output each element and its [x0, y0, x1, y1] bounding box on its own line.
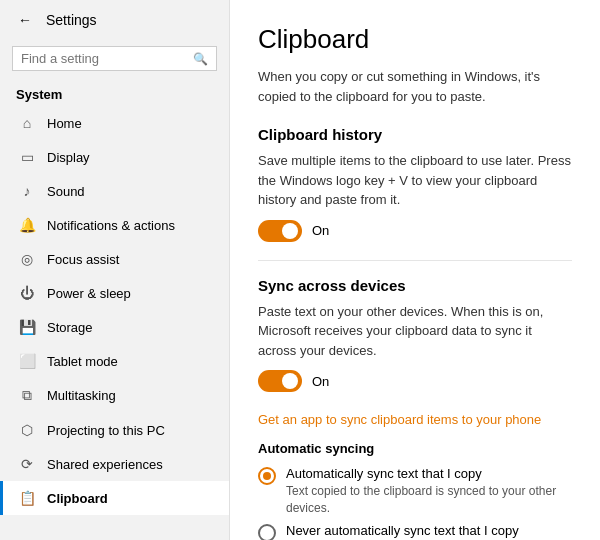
focus-icon: ◎ [19, 251, 35, 267]
multitasking-icon: ⧉ [19, 387, 35, 404]
clipboard-history-desc: Save multiple items to the clipboard to … [258, 151, 572, 210]
page-description: When you copy or cut something in Window… [258, 67, 572, 106]
sidebar-item-sound[interactable]: ♪ Sound [0, 174, 229, 208]
sidebar-item-focus[interactable]: ◎ Focus assist [0, 242, 229, 276]
clipboard-history-toggle-label: On [312, 223, 329, 238]
storage-icon: 💾 [19, 319, 35, 335]
sync-devices-desc: Paste text on your other devices. When t… [258, 302, 572, 361]
sidebar-item-power[interactable]: ⏻ Power & sleep [0, 276, 229, 310]
radio-item-auto[interactable]: Automatically sync text that I copy Text… [258, 466, 572, 517]
sync-devices-toggle-label: On [312, 374, 329, 389]
notifications-icon: 🔔 [19, 217, 35, 233]
page-title: Clipboard [258, 24, 572, 55]
sidebar: ← Settings 🔍 System ⌂ Home ▭ Display ♪ S… [0, 0, 230, 540]
search-input[interactable] [21, 51, 187, 66]
auto-sync-title: Automatic syncing [258, 441, 572, 456]
sidebar-item-multitasking-label: Multitasking [47, 388, 116, 403]
auto-sync-radio-group: Automatically sync text that I copy Text… [258, 466, 572, 540]
radio-auto-sublabel: Text copied to the clipboard is synced t… [286, 483, 572, 517]
sync-toggle-track [258, 370, 302, 392]
settings-title-label: Settings [46, 12, 97, 28]
sidebar-item-display[interactable]: ▭ Display [0, 140, 229, 174]
shared-icon: ⟳ [19, 456, 35, 472]
toggle-track [258, 220, 302, 242]
radio-auto-label: Automatically sync text that I copy [286, 466, 572, 481]
home-icon: ⌂ [19, 115, 35, 131]
sidebar-item-notifications[interactable]: 🔔 Notifications & actions [0, 208, 229, 242]
sync-devices-toggle[interactable] [258, 370, 302, 392]
sync-toggle-thumb [282, 373, 298, 389]
search-icon: 🔍 [193, 52, 208, 66]
search-box[interactable]: 🔍 [12, 46, 217, 71]
radio-auto-content: Automatically sync text that I copy Text… [286, 466, 572, 517]
sidebar-item-notifications-label: Notifications & actions [47, 218, 175, 233]
radio-item-never[interactable]: Never automatically sync text that I cop… [258, 523, 572, 540]
sidebar-item-tablet-label: Tablet mode [47, 354, 118, 369]
sidebar-item-clipboard-label: Clipboard [47, 491, 108, 506]
sidebar-item-tablet[interactable]: ⬜ Tablet mode [0, 344, 229, 378]
radio-never-circle [258, 524, 276, 540]
sidebar-item-home[interactable]: ⌂ Home [0, 106, 229, 140]
sidebar-item-shared-label: Shared experiences [47, 457, 163, 472]
main-content: Clipboard When you copy or cut something… [230, 0, 600, 540]
sidebar-item-focus-label: Focus assist [47, 252, 119, 267]
section-divider-1 [258, 260, 572, 261]
projecting-icon: ⬡ [19, 422, 35, 438]
display-icon: ▭ [19, 149, 35, 165]
radio-never-label: Never automatically sync text that I cop… [286, 523, 572, 538]
clipboard-history-toggle[interactable] [258, 220, 302, 242]
sound-icon: ♪ [19, 183, 35, 199]
clipboard-history-toggle-row: On [258, 220, 572, 242]
system-section-label: System [0, 81, 229, 106]
power-icon: ⏻ [19, 285, 35, 301]
sidebar-item-sound-label: Sound [47, 184, 85, 199]
radio-auto-circle [258, 467, 276, 485]
sidebar-item-multitasking[interactable]: ⧉ Multitasking [0, 378, 229, 413]
clipboard-nav-icon: 📋 [19, 490, 35, 506]
toggle-thumb [282, 223, 298, 239]
sidebar-header: ← Settings [0, 0, 229, 40]
sync-app-link[interactable]: Get an app to sync clipboard items to yo… [258, 412, 541, 427]
sidebar-item-power-label: Power & sleep [47, 286, 131, 301]
tablet-icon: ⬜ [19, 353, 35, 369]
sidebar-item-display-label: Display [47, 150, 90, 165]
sidebar-item-storage[interactable]: 💾 Storage [0, 310, 229, 344]
clipboard-history-title: Clipboard history [258, 126, 572, 143]
sidebar-item-projecting-label: Projecting to this PC [47, 423, 165, 438]
back-button[interactable]: ← [14, 10, 36, 30]
sidebar-item-storage-label: Storage [47, 320, 93, 335]
sidebar-item-shared[interactable]: ⟳ Shared experiences [0, 447, 229, 481]
radio-never-content: Never automatically sync text that I cop… [286, 523, 572, 540]
sidebar-item-projecting[interactable]: ⬡ Projecting to this PC [0, 413, 229, 447]
sidebar-item-clipboard[interactable]: 📋 Clipboard [0, 481, 229, 515]
sync-devices-title: Sync across devices [258, 277, 572, 294]
sidebar-item-home-label: Home [47, 116, 82, 131]
sync-devices-toggle-row: On [258, 370, 572, 392]
